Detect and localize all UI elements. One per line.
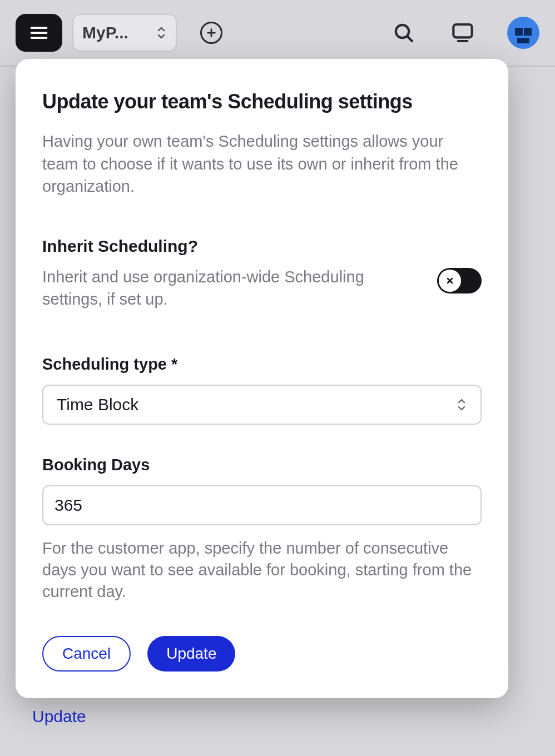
booking-days-input[interactable] [42, 485, 482, 525]
user-avatar[interactable] [507, 17, 539, 49]
chevron-up-down-icon [456, 397, 467, 412]
menu-icon [29, 23, 49, 43]
bg-update-link[interactable]: Update [32, 707, 209, 726]
menu-button[interactable] [16, 14, 62, 52]
add-button[interactable] [200, 22, 222, 44]
monitor-icon [452, 22, 474, 44]
search-icon [393, 22, 415, 44]
cancel-button[interactable]: Cancel [42, 636, 131, 672]
svg-line-6 [407, 36, 412, 41]
modal-actions: Cancel Update [42, 636, 482, 672]
booking-days-help: For the customer app, specify the number… [42, 538, 482, 603]
modal-title: Update your team's Scheduling settings [42, 90, 482, 113]
update-button[interactable]: Update [147, 636, 235, 672]
chevron-up-down-icon [156, 25, 167, 41]
inherit-description: Inherit and use organization-wide Schedu… [42, 266, 424, 311]
plus-icon [205, 27, 217, 39]
close-icon [446, 277, 454, 285]
search-button[interactable] [392, 21, 416, 45]
modal-description: Having your own team's Scheduling settin… [42, 130, 482, 198]
scheduling-type-select[interactable]: Time Block [42, 385, 482, 425]
svg-rect-7 [453, 24, 472, 37]
inherit-heading: Inherit Scheduling? [42, 237, 482, 256]
display-button[interactable] [450, 21, 475, 45]
app-header: MyP... [0, 0, 555, 67]
team-selector[interactable]: MyP... [72, 14, 177, 52]
scheduling-settings-modal: Update your team's Scheduling settings H… [16, 59, 508, 698]
team-selector-label: MyP... [82, 23, 128, 42]
scheduling-type-value: Time Block [57, 395, 138, 414]
scheduling-type-label: Scheduling type * [42, 355, 482, 374]
toggle-thumb-off [439, 270, 461, 292]
inherit-toggle[interactable] [437, 268, 482, 294]
booking-days-label: Booking Days [42, 456, 482, 474]
